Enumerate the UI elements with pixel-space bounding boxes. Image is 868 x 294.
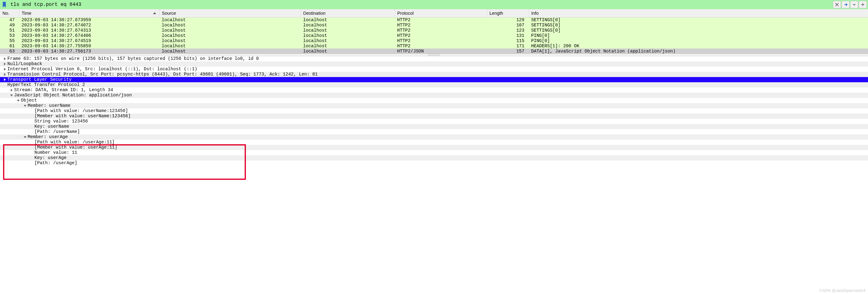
packet-cell-time: 2023-09-03 14:30:27.674519 bbox=[19, 38, 159, 43]
display-filter-bar bbox=[0, 0, 868, 9]
tree-row-label: Frame 63: 157 bytes on wire (1256 bits),… bbox=[7, 56, 259, 61]
tree-row-label: JavaScript Object Notation: application/… bbox=[14, 93, 132, 98]
watermark: CSDN @JackSparrow414 bbox=[819, 288, 866, 293]
packet-row[interactable]: 512023-09-03 14:30:27.674313localhostloc… bbox=[0, 28, 868, 33]
packet-cell-info: PING[0] bbox=[529, 33, 868, 38]
packet-cell-length: 157 bbox=[487, 48, 529, 54]
filter-toolbar bbox=[831, 0, 868, 9]
packet-cell-destination: localhost bbox=[301, 48, 395, 54]
tree-row[interactable]: [Member with value: userAge:11] bbox=[0, 145, 868, 150]
packet-cell-protocol: HTTP2 bbox=[395, 33, 487, 38]
tree-row[interactable]: Transmission Control Protocol, Src Port:… bbox=[0, 72, 868, 77]
col-header-destination[interactable]: Destination bbox=[301, 9, 395, 17]
apply-filter-button[interactable] bbox=[842, 1, 849, 8]
packet-cell-destination: localhost bbox=[301, 43, 395, 48]
tree-row[interactable]: [Path with value: /userAge:11] bbox=[0, 140, 868, 145]
tree-row[interactable]: Member: userName bbox=[0, 103, 868, 108]
clear-filter-button[interactable] bbox=[833, 1, 841, 8]
tree-row-label: Member: userName bbox=[28, 103, 70, 108]
packet-cell-time: 2023-09-03 14:30:27.673959 bbox=[19, 17, 159, 23]
packet-row[interactable]: 612023-09-03 14:30:27.755859localhostloc… bbox=[0, 43, 868, 48]
tree-row-label: [Path: /userAge] bbox=[34, 160, 77, 166]
packet-cell-source: localhost bbox=[159, 33, 301, 38]
tree-row-label: HyperText Transfer Protocol 2 bbox=[7, 82, 85, 87]
tree-row-label: Internet Protocol Version 6, Src: localh… bbox=[7, 67, 197, 72]
chevron-right-icon[interactable] bbox=[9, 88, 13, 93]
chevron-down-icon[interactable] bbox=[16, 99, 20, 103]
chevron-right-icon[interactable] bbox=[2, 62, 7, 66]
tree-row-label: String value: 123456 bbox=[34, 119, 88, 124]
packet-cell-source: localhost bbox=[159, 17, 301, 23]
tree-row[interactable]: Key: userName bbox=[0, 124, 868, 129]
packet-cell-protocol: HTTP2 bbox=[395, 28, 487, 33]
packet-row[interactable]: 552023-09-03 14:30:27.674519localhostloc… bbox=[0, 38, 868, 43]
chevron-right-icon[interactable] bbox=[2, 78, 7, 82]
tree-row[interactable]: Number value: 11 bbox=[0, 150, 868, 155]
packet-cell-source: localhost bbox=[159, 38, 301, 43]
packet-cell-no: 49 bbox=[0, 23, 19, 28]
packet-cell-protocol: HTTP2 bbox=[395, 23, 487, 28]
col-header-length[interactable]: Length bbox=[487, 9, 529, 17]
tree-row[interactable]: Key: userAge bbox=[0, 155, 868, 160]
tree-row-label: [Member with value: userAge:11] bbox=[34, 145, 117, 150]
packet-cell-destination: localhost bbox=[301, 28, 395, 33]
tree-row[interactable]: Transport Layer Security bbox=[0, 77, 868, 82]
col-header-protocol[interactable]: Protocol bbox=[395, 9, 487, 17]
packet-cell-time: 2023-09-03 14:30:27.674072 bbox=[19, 23, 159, 28]
chevron-right-icon[interactable] bbox=[2, 72, 7, 77]
tree-row[interactable]: [Member with value: userName:123456] bbox=[0, 114, 868, 119]
packet-cell-info: SETTINGS[0] bbox=[529, 17, 868, 23]
tree-row-label: [Path: /userName] bbox=[34, 129, 80, 135]
tree-row[interactable]: [Path: /userAge] bbox=[0, 160, 868, 166]
packet-list-table: No. Time Source Destination Protocol Len… bbox=[0, 9, 868, 54]
tree-row[interactable]: String value: 123456 bbox=[0, 119, 868, 124]
bookmark-icon[interactable] bbox=[0, 0, 9, 9]
packet-cell-info: DATA[1], JavaScript Object Notation (app… bbox=[529, 48, 868, 54]
tree-row-label: Stream: DATA, Stream ID: 1, Length 34 bbox=[14, 87, 113, 93]
tree-row[interactable]: Stream: DATA, Stream ID: 1, Length 34 bbox=[0, 87, 868, 93]
packet-cell-length: 129 bbox=[487, 17, 529, 23]
packet-row[interactable]: 492023-09-03 14:30:27.674072localhostloc… bbox=[0, 23, 868, 28]
packet-cell-protocol: HTTP2 bbox=[395, 43, 487, 48]
tree-row-label: Number value: 11 bbox=[34, 150, 77, 155]
chevron-right-icon[interactable] bbox=[2, 57, 7, 61]
tree-row[interactable]: Member: userAge bbox=[0, 135, 868, 140]
tree-row[interactable]: [Path with value: /userName:123456] bbox=[0, 108, 868, 114]
col-header-info[interactable]: Info bbox=[529, 9, 868, 17]
col-header-source[interactable]: Source bbox=[159, 9, 301, 17]
tree-row-label: Key: userAge bbox=[34, 155, 66, 160]
display-filter-input[interactable] bbox=[9, 0, 831, 9]
tree-row[interactable]: Internet Protocol Version 6, Src: localh… bbox=[0, 67, 868, 72]
chevron-down-icon[interactable] bbox=[23, 104, 27, 108]
packet-cell-no: 61 bbox=[0, 43, 19, 48]
packet-row[interactable]: 472023-09-03 14:30:27.673959localhostloc… bbox=[0, 17, 868, 23]
packet-cell-protocol: HTTP2 bbox=[395, 38, 487, 43]
add-filter-button[interactable] bbox=[859, 1, 867, 8]
packet-cell-time: 2023-09-03 14:30:27.755859 bbox=[19, 43, 159, 48]
tree-row[interactable]: [Path: /userName] bbox=[0, 129, 868, 135]
tree-row-label: Object bbox=[21, 98, 37, 103]
packet-cell-length: 123 bbox=[487, 28, 529, 33]
chevron-down-icon[interactable] bbox=[9, 93, 13, 98]
col-header-no[interactable]: No. bbox=[0, 9, 19, 17]
chevron-down-icon[interactable] bbox=[23, 135, 27, 139]
packet-cell-no: 53 bbox=[0, 33, 19, 38]
packet-row[interactable]: 632023-09-03 14:30:27.756173localhostloc… bbox=[0, 48, 868, 54]
tree-row[interactable]: Null/Loopback bbox=[0, 61, 868, 67]
tree-row[interactable]: Object bbox=[0, 98, 868, 103]
tree-row-label: Member: userAge bbox=[28, 135, 68, 140]
packet-row[interactable]: 532023-09-03 14:30:27.674406localhostloc… bbox=[0, 33, 868, 38]
packet-cell-protocol: HTTP2/JSON bbox=[395, 48, 487, 54]
packet-cell-info: SETTINGS[0] bbox=[529, 23, 868, 28]
pane-splitter[interactable] bbox=[0, 54, 868, 56]
col-header-time[interactable]: Time bbox=[19, 9, 159, 17]
packet-cell-length: 171 bbox=[487, 43, 529, 48]
tree-row[interactable]: Frame 63: 157 bytes on wire (1256 bits),… bbox=[0, 56, 868, 61]
filter-history-button[interactable] bbox=[850, 1, 858, 8]
packet-cell-source: localhost bbox=[159, 48, 301, 54]
tree-row[interactable]: HyperText Transfer Protocol 2 bbox=[0, 82, 868, 87]
tree-row[interactable]: JavaScript Object Notation: application/… bbox=[0, 93, 868, 98]
packet-cell-time: 2023-09-03 14:30:27.674313 bbox=[19, 28, 159, 33]
chevron-right-icon[interactable] bbox=[2, 67, 7, 72]
packet-cell-destination: localhost bbox=[301, 17, 395, 23]
